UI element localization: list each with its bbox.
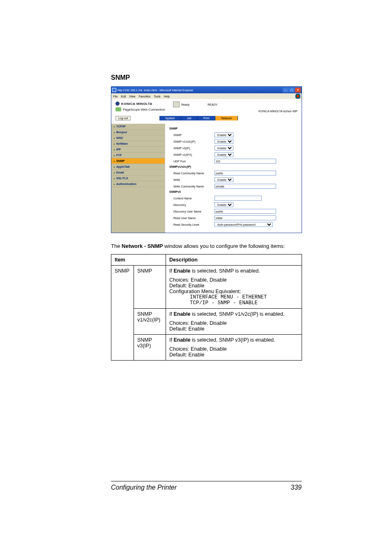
- model-label: KONICA MINOLTA bizhub 40P: [173, 110, 297, 113]
- footer-title: Configuring the Printer: [111, 484, 177, 491]
- content-pane: SNMP SNMPEnable SNMP v1/v2c(IP)Enable SN…: [165, 124, 302, 233]
- tab-print[interactable]: Print: [198, 116, 215, 120]
- cell-r1-desc: If Enable is selected, SNMP is enabled. …: [166, 266, 302, 309]
- label-ruser: Read User Name: [173, 217, 214, 220]
- sidebar-item-ssltls[interactable]: SSL/TLS: [111, 176, 165, 181]
- label-wcomm: Write Community Name: [173, 185, 214, 188]
- menu-favorites[interactable]: Favorites: [138, 95, 150, 98]
- th-item: Item: [111, 254, 166, 266]
- second-row: Log out System Job Print Network: [111, 114, 302, 124]
- menu-edit[interactable]: Edit: [121, 95, 126, 98]
- logout-button[interactable]: Log out: [115, 116, 131, 120]
- menu-file[interactable]: File: [113, 95, 118, 98]
- label-discovery: Discovery: [173, 204, 214, 206]
- pagescope-icon: [115, 107, 121, 111]
- tab-network[interactable]: Network: [215, 116, 238, 120]
- sidebar-item-appletalk[interactable]: AppleTalk: [111, 164, 165, 170]
- sidebar-item-ipp[interactable]: IPP: [111, 147, 165, 153]
- label-rcomm: Read Community Name: [173, 172, 214, 175]
- input-contact[interactable]: [214, 196, 262, 201]
- brand-logo-icon: [115, 102, 120, 106]
- sidebar-item-tcpip[interactable]: TCP/IP: [111, 124, 165, 130]
- description-table: Item Description SNMP SNMP If Enable is …: [111, 254, 302, 361]
- panel-title-snmp: SNMP: [169, 127, 297, 130]
- label-v1v2c: SNMP v1/v2c(IP): [173, 140, 214, 143]
- input-discuser[interactable]: [214, 209, 276, 214]
- select-v3ip[interactable]: Enable: [214, 146, 233, 150]
- app-header: KONICA MINOLTA PageScope Web Connection …: [111, 99, 302, 114]
- select-v1v2c[interactable]: Enable: [214, 139, 233, 144]
- sidebar-item-auth[interactable]: Authentication: [111, 181, 165, 187]
- tab-job[interactable]: Job: [181, 116, 198, 120]
- brand-row: KONICA MINOLTA: [115, 102, 173, 106]
- cell-group: SNMP: [111, 266, 134, 361]
- menu-view[interactable]: View: [129, 95, 135, 98]
- select-v1ipx[interactable]: Enable: [214, 152, 233, 157]
- label-v3ip: SNMP v3(IP): [173, 147, 214, 150]
- ie-menubar: File Edit View Favorites Tools Help: [111, 93, 302, 99]
- section-heading: SNMP: [111, 74, 302, 81]
- sidebar-item-netware[interactable]: NetWare: [111, 141, 165, 147]
- window-controls: – ▢ ✕: [283, 88, 301, 92]
- cell-r3-sub: SNMP v3(IP): [134, 335, 166, 361]
- select-rsec[interactable]: Auth-password/Priv-password: [214, 222, 273, 227]
- label-write: Write: [173, 178, 214, 181]
- maximize-button[interactable]: ▢: [289, 88, 295, 92]
- tab-system[interactable]: System: [159, 116, 181, 120]
- select-write[interactable]: Enable: [214, 177, 233, 182]
- input-ruser[interactable]: [214, 215, 276, 220]
- cell-r1-sub: SNMP: [134, 266, 166, 309]
- minimize-button[interactable]: –: [283, 88, 288, 92]
- brand-sub-text: PageScope Web Connection: [123, 108, 165, 111]
- panel-title-v1v2c: SNMPv1/v2c(IP): [169, 165, 297, 168]
- input-udp[interactable]: [214, 159, 276, 164]
- page-footer: Configuring the Printer 339: [111, 481, 302, 491]
- menu-help[interactable]: Help: [164, 95, 170, 98]
- ie-window: http://192.168.1.2/a_index.html - Micros…: [111, 86, 302, 233]
- ready-status: READY: [208, 103, 217, 106]
- sidebar-item-email[interactable]: Email: [111, 170, 165, 176]
- label-udp: UDP Port: [173, 160, 214, 163]
- sidebar: TCP/IP Bonjour WSD NetWare IPP FTP SNMP …: [111, 124, 165, 233]
- select-snmp[interactable]: Enable: [214, 132, 233, 137]
- label-rsec: Read Security Level: [173, 223, 214, 226]
- input-wcomm[interactable]: [214, 184, 276, 189]
- main-split: TCP/IP Bonjour WSD NetWare IPP FTP SNMP …: [111, 124, 302, 233]
- cell-r2-sub: SNMP v1/v2c(IP): [134, 309, 166, 335]
- select-discovery[interactable]: Enable: [214, 202, 233, 207]
- ready-label: Ready: [181, 103, 189, 106]
- sidebar-item-ftp[interactable]: FTP: [111, 153, 165, 158]
- brand-text: KONICA MINOLTA: [121, 102, 152, 106]
- input-rcomm[interactable]: [214, 171, 276, 176]
- tabs: System Job Print Network: [159, 116, 238, 120]
- th-desc: Description: [166, 254, 302, 266]
- ie-titlebar: http://192.168.1.2/a_index.html - Micros…: [111, 87, 302, 93]
- ie-throbber-icon: [295, 94, 300, 99]
- label-v1ipx: SNMP v1(IPX): [173, 153, 214, 156]
- panel-title-v3: SNMPv3: [169, 190, 297, 193]
- printer-icon: [173, 102, 180, 107]
- cell-r3-desc: If Enable is selected, SNMP v3(IP) is en…: [166, 335, 302, 361]
- sidebar-item-wsd[interactable]: WSD: [111, 135, 165, 141]
- brand-sub: PageScope Web Connection: [115, 107, 173, 111]
- cell-r2-desc: If Enable is selected, SNMP v1/v2c(IP) i…: [166, 309, 302, 335]
- label-discuser: Discovery User Name: [173, 210, 214, 213]
- label-contact: Context Name: [173, 197, 214, 200]
- ie-title: http://192.168.1.2/a_index.html - Micros…: [118, 89, 283, 92]
- intro-text: The Network - SNMP window allows you to …: [111, 243, 302, 249]
- label-snmp: SNMP: [173, 134, 214, 136]
- ie-icon: [112, 88, 116, 92]
- menu-tools[interactable]: Tools: [154, 95, 160, 98]
- page-number: 339: [291, 484, 302, 491]
- sidebar-item-bonjour[interactable]: Bonjour: [111, 130, 165, 135]
- close-button[interactable]: ✕: [295, 88, 301, 92]
- sidebar-item-snmp[interactable]: SNMP: [111, 158, 165, 164]
